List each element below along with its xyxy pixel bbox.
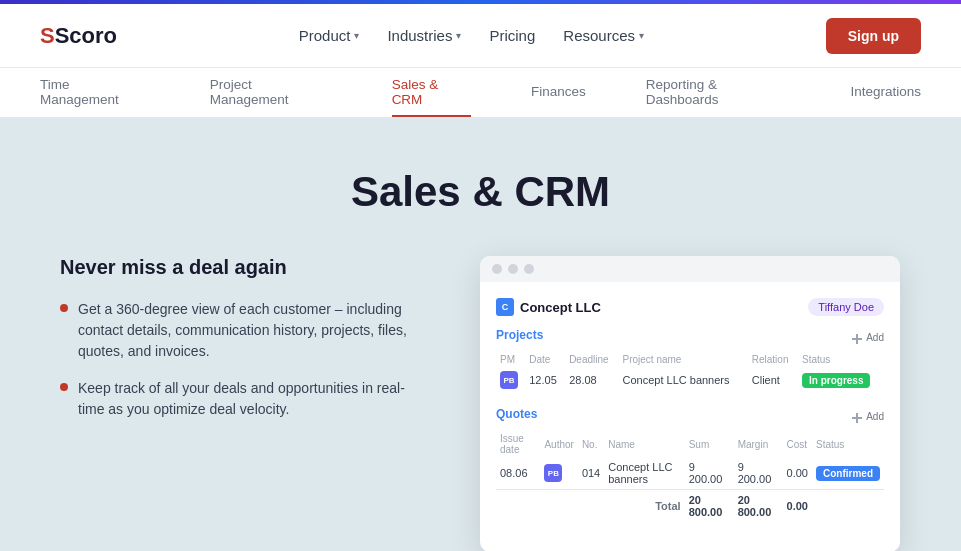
subnav-finances[interactable]: Finances (531, 68, 586, 117)
user-badge: Tiffany Doe (808, 298, 884, 316)
quotes-section-header: Quotes Add (496, 407, 884, 427)
col-name: Name (604, 431, 684, 457)
hero-title: Sales & CRM (60, 168, 901, 216)
quotes-add-button[interactable]: Add (852, 411, 884, 422)
window-dot (524, 264, 534, 274)
projects-table: PM Date Deadline Project name Relation S… (496, 352, 884, 393)
logo-text: Scoro (55, 23, 117, 49)
subnav-sales-crm[interactable]: Sales & CRM (392, 68, 471, 117)
nav-industries[interactable]: Industries ▾ (387, 27, 461, 44)
signup-button[interactable]: Sign up (826, 18, 921, 54)
bullet-item: Keep track of all your deals and opportu… (60, 378, 420, 420)
window-dot (508, 264, 518, 274)
projects-label: Projects (496, 328, 543, 342)
hero-content: Never miss a deal again Get a 360-degree… (60, 256, 901, 551)
col-margin: Margin (734, 431, 783, 457)
total-row: Total 20 800.00 20 800.00 0.00 (496, 490, 884, 523)
mockup-body: C Concept LLC Tiffany Doe Projects Add (480, 282, 900, 551)
company-icon: C (496, 298, 514, 316)
col-author: Author (540, 431, 577, 457)
svg-rect-1 (852, 338, 862, 340)
svg-rect-3 (852, 417, 862, 419)
app-mockup: C Concept LLC Tiffany Doe Projects Add (480, 256, 900, 551)
company-name: C Concept LLC (496, 298, 601, 316)
window-dot (492, 264, 502, 274)
subnav-time-management[interactable]: Time Management (40, 68, 150, 117)
bullet-icon (60, 304, 68, 312)
main-nav: Product ▾ Industries ▾ Pricing Resources… (299, 27, 644, 44)
chevron-down-icon: ▾ (639, 30, 644, 41)
projects-add-button[interactable]: Add (852, 332, 884, 343)
subnav-project-management[interactable]: Project Management (210, 68, 332, 117)
quotes-label: Quotes (496, 407, 537, 421)
col-issue-date: Issue date (496, 431, 540, 457)
logo[interactable]: SScoro (40, 23, 117, 49)
col-relation: Relation (748, 352, 798, 367)
hero-section: Sales & CRM Never miss a deal again Get … (0, 118, 961, 551)
col-deadline: Deadline (565, 352, 618, 367)
chevron-down-icon: ▾ (456, 30, 461, 41)
col-date: Date (525, 352, 565, 367)
hero-subtitle: Never miss a deal again (60, 256, 420, 279)
table-row: PB 12.05 28.08 Concept LLC banners Clien… (496, 367, 884, 393)
logo-s: S (40, 23, 55, 49)
quotes-table: Issue date Author No. Name Sum Margin Co… (496, 431, 884, 522)
col-status: Status (798, 352, 884, 367)
col-pm: PM (496, 352, 525, 367)
sub-nav: Time Management Project Management Sales… (0, 68, 961, 118)
nav-resources[interactable]: Resources ▾ (563, 27, 644, 44)
col-no: No. (578, 431, 604, 457)
table-row: 08.06 PB 014 Concept LLC banners 9 200.0… (496, 457, 884, 490)
subnav-reporting[interactable]: Reporting & Dashboards (646, 68, 791, 117)
col-cost: Cost (783, 431, 812, 457)
projects-section-header: Projects Add (496, 328, 884, 348)
avatar: PB (544, 464, 562, 482)
nav-product[interactable]: Product ▾ (299, 27, 360, 44)
avatar: PB (500, 371, 518, 389)
col-status: Status (812, 431, 884, 457)
bullet-icon (60, 383, 68, 391)
bullet-list: Get a 360-degree view of each customer –… (60, 299, 420, 420)
subnav-integrations[interactable]: Integrations (850, 68, 921, 117)
header: SScoro Product ▾ Industries ▾ Pricing Re… (0, 4, 961, 68)
hero-text: Never miss a deal again Get a 360-degree… (60, 256, 420, 420)
mockup-header: C Concept LLC Tiffany Doe (496, 298, 884, 316)
col-sum: Sum (685, 431, 734, 457)
status-badge: Confirmed (816, 466, 880, 481)
bullet-item: Get a 360-degree view of each customer –… (60, 299, 420, 362)
status-badge: In progress (802, 373, 870, 388)
nav-pricing[interactable]: Pricing (489, 27, 535, 44)
col-project-name: Project name (619, 352, 748, 367)
mockup-titlebar (480, 256, 900, 282)
chevron-down-icon: ▾ (354, 30, 359, 41)
